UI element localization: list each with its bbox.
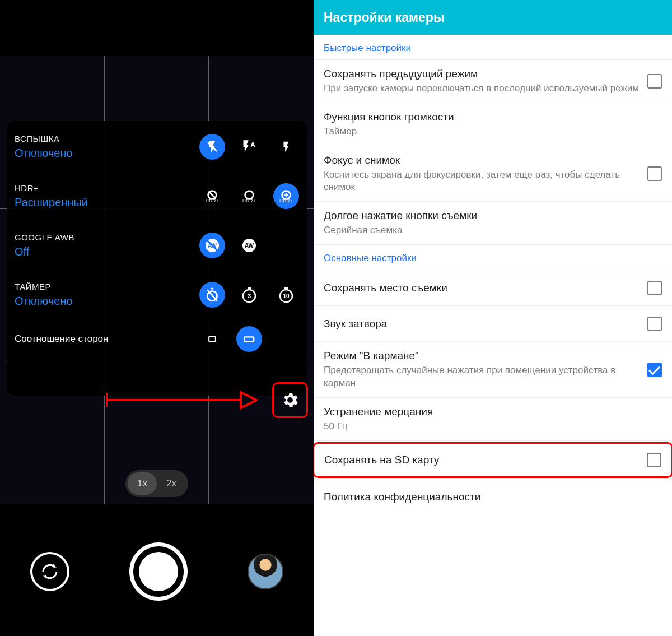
timer-row: ТАЙМЕР Отключено 3 10 [15, 277, 299, 313]
flash-auto-icon[interactable]: A [236, 134, 262, 160]
hdr-enhanced-icon[interactable]: HDR+ [273, 183, 299, 209]
hdr-value: Расширенный [15, 196, 199, 209]
flash-row: ВСПЫШКА Отключено A [15, 129, 299, 165]
setting-privacy-policy[interactable]: Политика конфиденциальности [314, 479, 672, 515]
setting-remember-mode[interactable]: Сохранять предыдущий режимПри запуске ка… [314, 60, 672, 103]
setting-anti-flicker[interactable]: Устранение мерцания50 Гц [314, 398, 672, 441]
timer-3s-icon[interactable]: 3 [236, 282, 262, 308]
awb-on-icon[interactable]: AW [236, 233, 262, 258]
svg-text:AW: AW [245, 243, 254, 249]
hdr-row: HDR+ Расширенный HDR+ HDR+ HDR+ [15, 178, 299, 214]
settings-header: Настройки камеры [314, 0, 672, 35]
svg-marker-28 [43, 576, 46, 579]
gear-icon [281, 391, 300, 410]
timer-value: Отключено [15, 295, 199, 308]
hdr-off-icon[interactable]: HDR+ [199, 183, 225, 209]
zoom-2x[interactable]: 2x [157, 472, 186, 495]
shutter-button[interactable] [129, 542, 188, 601]
aspect-ratio-label: Соотношение сторон [15, 333, 108, 345]
hdr-on-icon[interactable]: HDR+ [236, 183, 262, 209]
aspect-16-9-icon[interactable] [236, 326, 262, 352]
svg-rect-22 [209, 337, 216, 341]
gallery-thumbnail[interactable] [248, 554, 283, 589]
setting-pocket-mode[interactable]: Режим "В кармане"Предотвращать случайные… [314, 342, 672, 397]
zoom-1x[interactable]: 1x [128, 472, 157, 495]
awb-row: GOOGLE AWB Off AW AW [15, 228, 299, 263]
setting-volume-keys[interactable]: Функция кнопок громкостиТаймер [314, 103, 672, 146]
setting-save-location[interactable]: Сохранять место съемки [314, 270, 672, 306]
checkbox[interactable] [647, 363, 662, 377]
hdr-label: HDR+ [15, 183, 199, 193]
svg-text:3: 3 [248, 293, 251, 299]
flash-off-icon[interactable] [199, 134, 225, 160]
camera-settings-screen: Настройки камеры Быстрые настройки Сохра… [314, 0, 672, 636]
setting-focus-shot[interactable]: Фокус и снимокКоснитесь экрана для фокус… [314, 146, 672, 202]
flash-on-icon[interactable] [273, 134, 299, 160]
awb-value: Off [15, 245, 199, 258]
timer-10s-icon[interactable]: 10 [273, 282, 299, 308]
flash-label: ВСПЫШКА [15, 134, 199, 143]
awb-off-icon[interactable]: AW [199, 233, 225, 258]
timer-label: ТАЙМЕР [15, 282, 199, 291]
flash-value: Отключено [15, 147, 199, 160]
svg-marker-25 [241, 392, 256, 408]
aspect-ratio-row: Соотношение сторон [15, 326, 299, 358]
checkbox[interactable] [647, 74, 662, 89]
setting-shutter-sound[interactable]: Звук затвора [314, 306, 672, 342]
checkbox[interactable] [647, 453, 661, 467]
svg-text:10: 10 [283, 293, 290, 299]
annotation-arrow [106, 389, 258, 411]
camera-viewfinder-screen: ВСПЫШКА Отключено A HDR+ Расширенный [0, 0, 314, 636]
svg-marker-27 [53, 564, 57, 568]
switch-camera-button[interactable] [30, 552, 69, 591]
quick-settings-panel: ВСПЫШКА Отключено A HDR+ Расширенный [7, 121, 307, 396]
camera-bottom-bar [0, 530, 314, 614]
timer-off-icon[interactable] [199, 282, 225, 308]
zoom-toggle[interactable]: 1x 2x [125, 470, 188, 497]
checkbox[interactable] [647, 281, 662, 295]
svg-text:A: A [250, 141, 255, 148]
svg-rect-23 [245, 337, 254, 341]
awb-label: GOOGLE AWB [15, 233, 199, 242]
setting-long-press-shutter[interactable]: Долгое нажатие кнопки съемкиСерийная съе… [314, 202, 672, 245]
setting-save-to-sd[interactable]: Сохранять на SD карту [314, 442, 672, 478]
section-main-settings: Основные настройки [314, 245, 672, 270]
shutter-inner [139, 552, 178, 591]
checkbox[interactable] [647, 166, 662, 181]
switch-camera-icon [40, 561, 60, 582]
aspect-4-3-icon[interactable] [199, 326, 225, 352]
settings-button[interactable] [272, 382, 308, 418]
checkbox[interactable] [647, 317, 662, 331]
section-quick-settings: Быстрые настройки [314, 35, 672, 60]
